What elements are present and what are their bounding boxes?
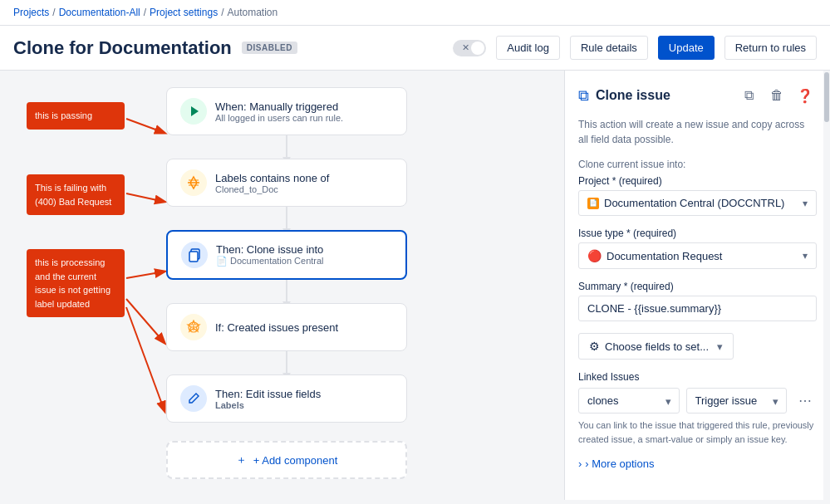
- choose-fields-label: Choose fields to set...: [605, 340, 709, 353]
- node-edit-action[interactable]: Then: Edit issue fields Labels: [166, 374, 407, 423]
- page-title: Clone for Documentation: [13, 37, 232, 59]
- node-trigger-title: When: Manually triggered: [215, 100, 393, 113]
- clone-issue-icon: ⧉: [578, 87, 589, 105]
- annotation-failing: This is failing with (400) Bad Request: [27, 174, 125, 215]
- summary-input[interactable]: [578, 296, 817, 321]
- panel-title: Clone issue: [596, 88, 730, 103]
- issue-type-icon: 🔴: [587, 249, 602, 262]
- connector-4: [286, 351, 287, 374]
- toggle-x-icon: ✕: [462, 42, 469, 53]
- edit-action-icon: [180, 385, 207, 412]
- connector-3: [286, 280, 287, 303]
- node-condition1-title: Labels contains none of: [215, 172, 393, 184]
- choose-fields-button[interactable]: ⚙ Choose fields to set... ▾: [578, 333, 734, 360]
- issue-type-label: Issue type * (required): [578, 228, 817, 239]
- node-condition2-title: If: Created issues present: [215, 321, 393, 334]
- issue-type-value: Documentation Request: [607, 250, 798, 262]
- panel-delete-button[interactable]: 🗑: [765, 84, 788, 107]
- status-badge: DISABLED: [242, 42, 297, 54]
- node-condition1-subtitle: Cloned_to_Doc: [215, 184, 393, 194]
- project-select[interactable]: 📄 Documentation Central (DOCCNTRL) ▾: [578, 190, 817, 216]
- more-options-label: › More options: [585, 458, 654, 470]
- panel-copy-button[interactable]: ⧉: [737, 84, 760, 107]
- node-condition2[interactable]: If: Created issues present: [166, 303, 407, 351]
- node-clone-action[interactable]: Then: Clone issue into 📄 📄 Documentation…: [166, 230, 407, 280]
- breadcrumb-documentation-all[interactable]: Documentation-All: [59, 7, 140, 18]
- chevron-right-icon: ›: [578, 458, 582, 470]
- audit-log-button[interactable]: Audit log: [496, 36, 560, 60]
- scrollbar-track[interactable]: [823, 71, 830, 500]
- linked-clones-select[interactable]: clones: [578, 388, 680, 413]
- breadcrumb: Projects / Documentation-All / Project s…: [0, 0, 830, 26]
- summary-label: Summary * (required): [578, 281, 817, 292]
- chevron-down-icon-2: ▾: [803, 250, 808, 262]
- breadcrumb-automation: Automation: [227, 7, 277, 18]
- breadcrumb-projects[interactable]: Projects: [13, 7, 49, 18]
- side-panel: ⧉ Clone issue ⧉ 🗑 ❓ This action will cre…: [564, 71, 830, 500]
- annotation-processing: this is processing and the current issue…: [27, 249, 125, 317]
- node-edit-subtitle: Labels: [215, 400, 393, 410]
- scrollbar-thumb: [824, 72, 829, 122]
- connector-1: [286, 135, 287, 159]
- chevron-down-icon: ▾: [803, 198, 808, 209]
- toggle[interactable]: ✕: [453, 40, 486, 56]
- condition2-icon: [180, 314, 207, 340]
- clone-into-label: Clone current issue into:: [578, 159, 817, 170]
- linked-issues-help: You can link to the issue that triggered…: [578, 418, 817, 446]
- rule-details-button[interactable]: Rule details: [570, 36, 648, 60]
- panel-description: This action will create a new issue and …: [578, 117, 817, 147]
- node-condition1[interactable]: Labels contains none of Cloned_to_Doc: [166, 159, 407, 207]
- condition1-icon: [180, 169, 207, 196]
- linked-trigger-select[interactable]: Trigger issue: [686, 388, 788, 413]
- toggle-knob: [471, 42, 484, 55]
- node-edit-title: Then: Edit issue fields: [215, 388, 393, 400]
- plus-icon: ＋: [236, 453, 247, 467]
- panel-header: ⧉ Clone issue ⧉ 🗑 ❓: [578, 84, 817, 107]
- chevron-down-icon-3: ▾: [717, 340, 723, 353]
- automation-canvas: this is passing This is failing with (40…: [0, 71, 564, 500]
- breadcrumb-project-settings[interactable]: Project settings: [150, 7, 218, 18]
- node-trigger[interactable]: When: Manually triggered All logged in u…: [166, 87, 407, 135]
- linked-issues-label: Linked Issues: [578, 371, 817, 383]
- issue-type-select[interactable]: 🔴 Documentation Request ▾: [578, 242, 817, 269]
- add-component-label: + Add component: [253, 454, 338, 467]
- update-button[interactable]: Update: [658, 36, 715, 60]
- add-component-button[interactable]: ＋ + Add component: [166, 441, 407, 479]
- more-options-toggle[interactable]: › › More options: [578, 458, 817, 470]
- project-field: Project * (required) 📄 Documentation Cen…: [578, 175, 817, 216]
- panel-help-button[interactable]: ❓: [793, 84, 817, 107]
- node-trigger-subtitle: All logged in users can run rule.: [215, 113, 393, 123]
- gear-icon: ⚙: [589, 340, 600, 353]
- node-clone-title: Then: Clone issue into: [216, 243, 392, 256]
- project-select-value: Documentation Central (DOCCNTRL): [604, 197, 798, 209]
- linked-more-button[interactable]: ⋯: [793, 389, 817, 413]
- svg-rect-2: [189, 252, 198, 262]
- trigger-icon: [180, 98, 207, 125]
- project-badge-icon: 📄: [587, 198, 599, 209]
- connector-2: [286, 207, 287, 230]
- issue-type-field: Issue type * (required) 🔴 Documentation …: [578, 228, 817, 269]
- annotation-passing: this is passing: [27, 102, 125, 130]
- page-header: Clone for Documentation DISABLED ✕ Audit…: [0, 26, 830, 71]
- return-to-rules-button[interactable]: Return to rules: [724, 36, 817, 60]
- doc-icon: 📄: [216, 256, 228, 266]
- clone-action-icon: [181, 242, 208, 268]
- project-field-label: Project * (required): [578, 175, 817, 187]
- node-clone-subtitle: 📄 📄 Documentation Central Documentation …: [216, 256, 392, 267]
- summary-field: Summary * (required): [578, 281, 817, 321]
